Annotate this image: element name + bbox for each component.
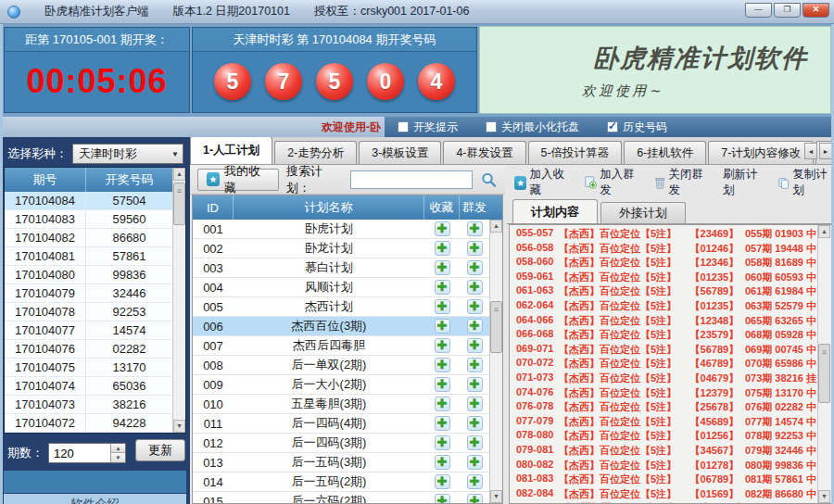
title-bar[interactable]: 卧虎精准计划客户端 版本1.2 日期20170101 授权至：crsky001 … (0, 0, 834, 24)
scrollbar-thumb[interactable] (490, 301, 502, 353)
favorite-add-button[interactable]: ✚ (435, 260, 450, 275)
sidebar-footer-panel[interactable]: 软件介绍 (4, 494, 186, 504)
favorite-add-button[interactable]: ✚ (435, 494, 450, 504)
table-row[interactable]: 003 慕白计划 ✚ ✚ (193, 258, 489, 278)
tab-scroll-right-icon[interactable]: ► (819, 143, 832, 159)
favorite-add-button[interactable]: ✚ (435, 299, 450, 314)
table-row[interactable]: 009 后一大小(2期) ✚ ✚ (193, 375, 489, 395)
history-row[interactable]: 170104080 99836 (5, 266, 172, 284)
favorite-add-button[interactable]: ✚ (435, 455, 450, 470)
history-row[interactable]: 170104073 38216 (5, 396, 172, 414)
my-favorites-button[interactable]: ★ 我的收藏 (197, 169, 279, 191)
scroll-down-icon[interactable]: ▼ (490, 490, 502, 503)
group-add-button[interactable]: ✚ (467, 358, 483, 372)
favorite-add-button[interactable]: ✚ (435, 397, 450, 411)
scroll-down-icon[interactable]: ▼ (818, 490, 830, 503)
history-scrollbar[interactable]: ▲ ▼ (172, 168, 185, 433)
table-row[interactable]: 004 风顺计划 ✚ ✚ (193, 278, 489, 297)
group-add-button[interactable]: ✚ (467, 338, 483, 353)
table-row[interactable]: 011 后一四码(4期) ✚ ✚ (193, 414, 489, 434)
group-add-button[interactable]: ✚ (467, 455, 483, 470)
history-row[interactable]: 170104077 14574 (5, 321, 172, 340)
history-row[interactable]: 170104082 86680 (5, 229, 172, 247)
maximize-button[interactable]: ❐ (774, 3, 801, 18)
spinner-down-icon[interactable]: ▼ (111, 453, 125, 462)
spinner-up-icon[interactable]: ▲ (111, 444, 125, 453)
history-row[interactable]: 170104084 57504 (5, 192, 172, 210)
main-tab[interactable]: 1-人工计划 (190, 137, 272, 164)
group-add-button[interactable]: ✚ (467, 221, 483, 236)
table-row[interactable]: 007 杰西后四毒胆 ✚ ✚ (193, 336, 489, 356)
close-group-button[interactable]: 关闭群发 (654, 167, 710, 198)
periods-input[interactable]: 120 ▲ ▼ (48, 443, 126, 463)
main-tab[interactable]: 4-群发设置 (443, 141, 525, 164)
checkbox-icon[interactable] (486, 121, 497, 132)
group-add-button[interactable]: ✚ (467, 260, 483, 275)
scroll-up-icon[interactable]: ▲ (173, 168, 185, 181)
group-add-button[interactable]: ✚ (467, 377, 483, 392)
group-add-button[interactable]: ✚ (467, 474, 483, 489)
table-row[interactable]: 005 杰西计划 ✚ ✚ (193, 297, 489, 317)
history-row[interactable]: 170104074 65036 (5, 377, 172, 396)
scroll-up-icon[interactable]: ▲ (490, 220, 502, 233)
minimize-button[interactable]: — (745, 3, 772, 18)
checkbox-option[interactable]: 历史号码 (607, 120, 667, 135)
table-row[interactable]: 002 卧龙计划 ✚ ✚ (193, 239, 489, 258)
scroll-down-icon[interactable]: ▼ (173, 420, 185, 433)
history-row[interactable]: 170104079 32446 (5, 284, 172, 303)
scroll-up-icon[interactable]: ▲ (818, 225, 830, 238)
favorite-add-button[interactable]: ✚ (435, 474, 450, 489)
copy-plan-button[interactable]: 复制计划 (777, 167, 834, 198)
favorite-add-button[interactable]: ✚ (435, 338, 450, 353)
detail-tab[interactable]: 计划内容 (512, 199, 598, 223)
table-row[interactable]: 012 后一四码(3期) ✚ ✚ (193, 434, 489, 453)
table-row[interactable]: 006 杰西百位(3期) ✚ ✚ (193, 317, 489, 336)
table-row[interactable]: 013 后一五码(3期) ✚ ✚ (193, 453, 489, 472)
main-tab[interactable]: 5-倍投计算器 (528, 141, 623, 164)
search-input[interactable] (350, 170, 473, 189)
refresh-plan-button[interactable]: 刷新计划 (723, 167, 764, 198)
history-row[interactable]: 170104078 92253 (5, 303, 172, 321)
group-add-button[interactable]: ✚ (467, 280, 483, 295)
checkbox-option[interactable]: 开奖提示 (398, 120, 458, 135)
history-row[interactable]: 170104081 57861 (5, 247, 172, 266)
checkbox-icon[interactable] (398, 121, 409, 132)
history-row[interactable]: 170104072 94228 (5, 414, 172, 433)
checkbox-option[interactable]: 关闭最小化托盘 (486, 120, 579, 135)
favorite-add-button[interactable]: ✚ (435, 358, 450, 372)
group-add-button[interactable]: ✚ (467, 416, 483, 431)
favorite-add-button[interactable]: ✚ (435, 377, 450, 392)
favorite-add-button[interactable]: ✚ (435, 416, 450, 431)
search-icon[interactable] (480, 170, 498, 189)
history-row[interactable]: 170104076 02282 (5, 340, 172, 359)
table-row[interactable]: 014 后一五码(2期) ✚ ✚ (193, 472, 489, 492)
group-add-button[interactable]: ✚ (467, 319, 483, 334)
favorite-add-button[interactable]: ✚ (435, 319, 450, 334)
group-add-button[interactable]: ✚ (467, 494, 483, 504)
close-button[interactable]: ✕ (802, 3, 829, 18)
main-tab[interactable]: 2-走势分析 (274, 141, 357, 164)
add-group-button[interactable]: 加入群发 (584, 167, 641, 198)
lottery-select[interactable]: 天津时时彩 ▼ (72, 144, 183, 164)
main-tab[interactable]: 3-模板设置 (359, 141, 441, 164)
table-row[interactable]: 008 后一单双(2期) ✚ ✚ (193, 356, 489, 375)
content-scrollbar[interactable]: ▲ ▼ (817, 225, 831, 503)
scrollbar-thumb[interactable] (818, 344, 830, 403)
tab-scroll-left-icon[interactable]: ◄ (804, 143, 817, 159)
table-row[interactable]: 010 五星毒胆(3期) ✚ ✚ (193, 395, 489, 414)
favorite-add-button[interactable]: ✚ (435, 221, 450, 236)
main-tab[interactable]: 6-挂机软件 (624, 141, 706, 164)
add-favorite-button[interactable]: ★ 加入收藏 (514, 167, 571, 198)
favorite-add-button[interactable]: ✚ (435, 435, 450, 450)
favorite-add-button[interactable]: ✚ (435, 241, 450, 256)
detail-tab[interactable]: 外接计划 (600, 202, 686, 223)
table-row[interactable]: 015 后一六码(2期) ✚ ✚ (193, 492, 489, 504)
update-button[interactable]: 更新 (135, 439, 185, 461)
plan-scrollbar[interactable]: ▲ ▼ (489, 220, 502, 503)
main-tab[interactable]: 7-计划内容修改 (708, 141, 814, 164)
group-add-button[interactable]: ✚ (467, 241, 483, 256)
checkbox-icon[interactable] (607, 121, 618, 132)
group-add-button[interactable]: ✚ (467, 397, 483, 411)
history-row[interactable]: 170104075 13170 (5, 359, 172, 377)
history-row[interactable]: 170104083 59560 (5, 210, 172, 229)
